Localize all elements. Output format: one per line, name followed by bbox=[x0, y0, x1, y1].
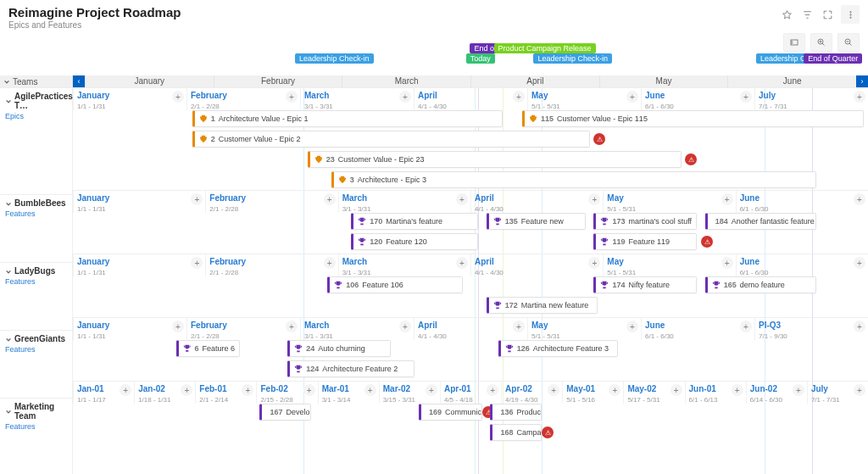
alert-badge[interactable]: ⚠ bbox=[542, 427, 554, 438]
work-item-bar[interactable]: 106Feature 106 bbox=[327, 276, 462, 293]
team-toggle[interactable]: Marketing Team bbox=[5, 402, 67, 421]
period-name[interactable]: February bbox=[209, 257, 246, 266]
period-name[interactable]: January bbox=[77, 257, 109, 266]
team-sublink[interactable]: Epics bbox=[5, 112, 67, 120]
scroll-right-button[interactable]: › bbox=[856, 75, 868, 87]
period-name[interactable]: June bbox=[740, 193, 760, 203]
alert-badge[interactable]: ⚠ bbox=[593, 133, 605, 145]
favorite-icon[interactable] bbox=[780, 8, 793, 21]
add-item-button[interactable]: + bbox=[732, 384, 743, 396]
period-name[interactable]: Feb-01 bbox=[199, 384, 226, 393]
add-item-button[interactable]: + bbox=[721, 257, 733, 269]
add-item-button[interactable]: + bbox=[191, 257, 203, 269]
fit-view-button[interactable] bbox=[783, 33, 805, 52]
work-item-bar[interactable]: 136Produc… bbox=[490, 404, 542, 421]
period-name[interactable]: May bbox=[607, 193, 623, 203]
add-item-button[interactable]: + bbox=[487, 384, 498, 396]
add-item-button[interactable]: + bbox=[793, 384, 804, 396]
period-name[interactable]: March bbox=[342, 257, 367, 266]
period-name[interactable]: February bbox=[209, 193, 246, 203]
add-item-button[interactable]: + bbox=[740, 91, 752, 103]
add-item-button[interactable]: + bbox=[364, 384, 376, 396]
add-item-button[interactable]: + bbox=[399, 91, 411, 103]
add-item-button[interactable]: + bbox=[670, 384, 682, 396]
period-name[interactable]: March bbox=[304, 91, 329, 100]
add-item-button[interactable]: + bbox=[513, 91, 525, 103]
add-item-button[interactable]: + bbox=[854, 257, 865, 269]
period-name[interactable]: Feb-02 bbox=[260, 384, 287, 393]
add-item-button[interactable]: + bbox=[324, 193, 336, 205]
work-item-bar[interactable]: 1Architecture Value - Epic 1 bbox=[192, 110, 503, 127]
team-sublink[interactable]: Features bbox=[5, 209, 67, 218]
period-name[interactable]: Jun-02 bbox=[750, 384, 777, 393]
more-icon[interactable] bbox=[841, 5, 860, 24]
work-item-bar[interactable]: 126Architecture Feature 3 bbox=[498, 340, 618, 357]
period-name[interactable]: May bbox=[531, 91, 548, 100]
alert-badge[interactable]: ⚠ bbox=[685, 153, 697, 165]
period-name[interactable]: June bbox=[740, 257, 760, 266]
add-item-button[interactable]: + bbox=[626, 321, 638, 332]
team-sublink[interactable]: Features bbox=[5, 277, 67, 286]
add-item-button[interactable]: + bbox=[548, 384, 559, 396]
work-item-bar[interactable]: 2Customer Value - Epic 2 bbox=[192, 131, 590, 148]
period-name[interactable]: February bbox=[191, 91, 227, 100]
period-name[interactable]: April bbox=[475, 257, 494, 266]
work-item-bar[interactable]: 24Auto churning bbox=[287, 340, 391, 357]
period-name[interactable]: April bbox=[418, 321, 437, 330]
period-name[interactable]: PI-Q3 bbox=[759, 321, 781, 330]
work-item-bar[interactable]: 115Customer Value - Epic 115 bbox=[522, 110, 864, 127]
add-item-button[interactable]: + bbox=[399, 321, 411, 332]
team-toggle[interactable]: AgilePractices T… bbox=[5, 92, 67, 110]
period-name[interactable]: January bbox=[77, 193, 109, 203]
add-item-button[interactable]: + bbox=[303, 384, 315, 396]
add-item-button[interactable]: + bbox=[854, 91, 865, 103]
alert-badge[interactable]: ⚠ bbox=[701, 236, 713, 248]
period-name[interactable]: April bbox=[475, 193, 494, 203]
timeline-marker[interactable]: Leadership Check-in bbox=[533, 53, 612, 64]
period-name[interactable]: Apr-02 bbox=[505, 384, 532, 393]
work-item-bar[interactable]: 6Feature 6 bbox=[176, 340, 240, 357]
period-name[interactable]: Jun-01 bbox=[689, 384, 716, 393]
period-name[interactable]: July bbox=[759, 91, 776, 100]
period-name[interactable]: May-01 bbox=[566, 384, 595, 393]
filter-icon[interactable] bbox=[800, 8, 814, 21]
team-toggle[interactable]: LadyBugs bbox=[5, 266, 67, 276]
add-item-button[interactable]: + bbox=[242, 384, 253, 396]
period-name[interactable]: July bbox=[811, 384, 828, 393]
add-item-button[interactable]: + bbox=[286, 321, 298, 332]
add-item-button[interactable]: + bbox=[854, 321, 865, 332]
work-item-bar[interactable]: 184Another fantastic feature bbox=[705, 213, 816, 230]
period-name[interactable]: June bbox=[645, 91, 665, 100]
add-item-button[interactable]: + bbox=[456, 193, 468, 205]
period-name[interactable]: March bbox=[342, 193, 367, 203]
period-name[interactable]: May bbox=[531, 321, 548, 330]
period-name[interactable]: Mar-01 bbox=[322, 384, 349, 393]
work-item-bar[interactable]: 135Feature new bbox=[487, 213, 586, 230]
work-item-bar[interactable]: 174Nifty feature bbox=[593, 276, 697, 293]
work-item-bar[interactable]: 120Feature 120 bbox=[351, 233, 478, 250]
add-item-button[interactable]: + bbox=[854, 193, 865, 205]
add-item-button[interactable]: + bbox=[513, 321, 525, 332]
period-name[interactable]: March bbox=[304, 321, 329, 330]
add-item-button[interactable]: + bbox=[854, 384, 865, 396]
period-name[interactable]: February bbox=[191, 321, 227, 330]
add-item-button[interactable]: + bbox=[120, 384, 131, 396]
period-name[interactable]: May-02 bbox=[627, 384, 656, 393]
fullscreen-icon[interactable] bbox=[821, 8, 834, 21]
period-name[interactable]: January bbox=[77, 91, 109, 100]
add-item-button[interactable]: + bbox=[324, 257, 336, 269]
period-name[interactable]: Jan-01 bbox=[77, 384, 104, 393]
work-item-bar[interactable]: 172Martina new feature bbox=[487, 297, 598, 314]
add-item-button[interactable]: + bbox=[609, 384, 620, 396]
work-item-bar[interactable]: 119Feature 119 bbox=[593, 233, 697, 250]
team-toggle[interactable]: GreenGiants bbox=[5, 334, 67, 343]
zoom-in-button[interactable] bbox=[810, 33, 832, 52]
add-item-button[interactable]: + bbox=[456, 257, 468, 269]
add-item-button[interactable]: + bbox=[426, 384, 437, 396]
add-item-button[interactable]: + bbox=[588, 193, 600, 205]
work-item-bar[interactable]: 3Architecture - Epic 3 bbox=[331, 171, 816, 188]
period-name[interactable]: January bbox=[77, 321, 109, 330]
add-item-button[interactable]: + bbox=[191, 193, 203, 205]
add-item-button[interactable]: + bbox=[181, 384, 192, 396]
work-item-bar[interactable]: 173martina's cool stuff bbox=[593, 213, 697, 230]
